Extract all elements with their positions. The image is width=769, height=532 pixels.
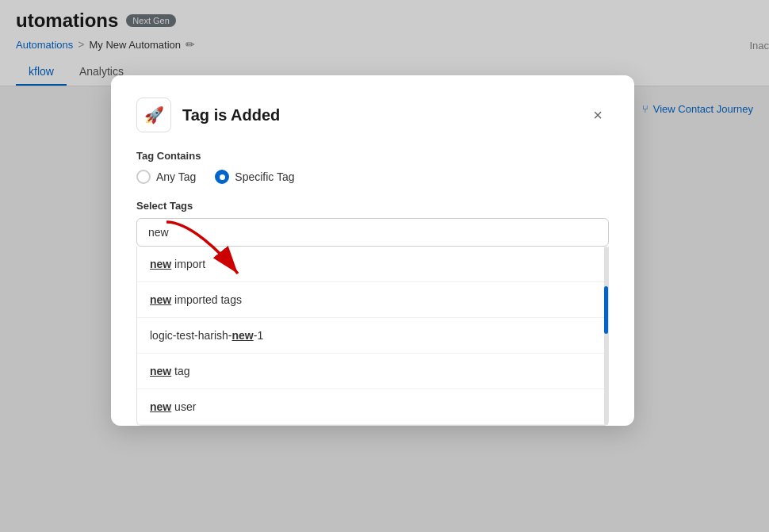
modal-icon: 🚀 xyxy=(136,98,171,132)
select-tags-label: Select Tags xyxy=(136,200,609,212)
tag-is-added-modal: 🚀 Tag is Added × Tag Contains Any Tag Sp… xyxy=(111,75,634,426)
dropdown-item-new-user[interactable]: new user xyxy=(137,389,608,425)
dropdown-item-new-imported-tags[interactable]: new imported tags xyxy=(137,282,608,318)
dropdown-item-new-tag[interactable]: new tag xyxy=(137,354,608,389)
radio-any-tag[interactable]: Any Tag xyxy=(136,170,196,184)
modal-title: Tag is Added xyxy=(182,106,280,124)
tag-dropdown-list: new import new imported tags logic-test-… xyxy=(136,247,609,426)
scrollbar-thumb[interactable] xyxy=(604,286,608,334)
radio-specific-label: Specific Tag xyxy=(235,170,294,183)
radio-any-label: Any Tag xyxy=(156,170,196,183)
dropdown-item-new-import[interactable]: new import xyxy=(137,247,608,282)
dropdown-item-logic-test-harish[interactable]: logic-test-harish-new-1 xyxy=(137,318,608,354)
tag-contains-label: Tag Contains xyxy=(136,150,609,162)
modal-title-group: 🚀 Tag is Added xyxy=(136,98,280,132)
close-button[interactable]: × xyxy=(587,103,609,128)
scrollbar-track[interactable] xyxy=(604,247,608,425)
radio-group: Any Tag Specific Tag xyxy=(136,170,609,184)
radio-specific-circle xyxy=(215,170,229,184)
radio-any-circle xyxy=(136,170,151,184)
radio-specific-tag[interactable]: Specific Tag xyxy=(215,170,294,184)
tag-search-input[interactable] xyxy=(136,218,609,247)
modal-header: 🚀 Tag is Added × xyxy=(136,98,609,132)
